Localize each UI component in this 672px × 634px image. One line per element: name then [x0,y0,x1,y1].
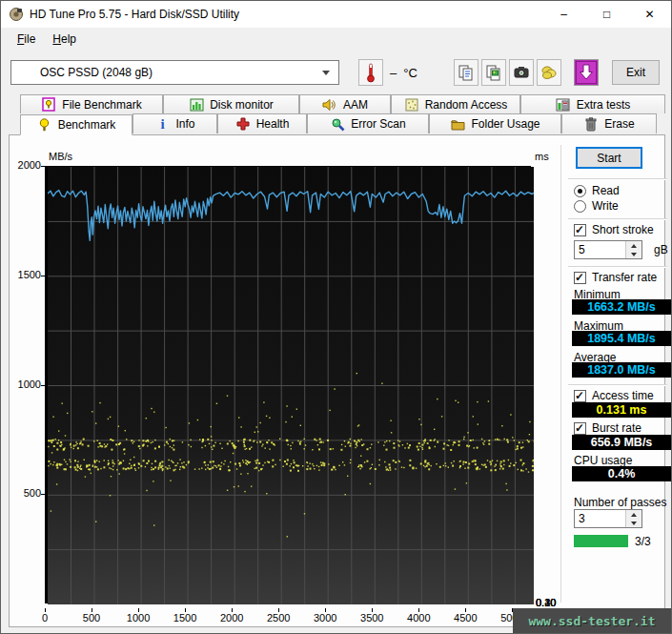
y-left-tick-label: 2000 [11,159,41,171]
passes-spinner[interactable] [574,509,642,528]
read-radio[interactable] [574,185,586,197]
title-bar: HD Tune Pro 5.75 - Hard Disk/SSD Utility… [1,1,671,28]
maximum-value: 1895.4 MB/s [572,331,671,346]
benchmark-chart [45,166,531,603]
magnifier-icon [330,116,345,132]
maximize-button[interactable]: □ [585,1,628,28]
panel-divider [560,145,562,603]
y-left-tick [41,385,45,386]
camera-icon [513,64,530,81]
tab-health[interactable]: Health [217,113,307,133]
x-tick-label: 2500 [259,612,297,624]
capacity-input[interactable] [575,241,625,258]
write-radio[interactable] [574,200,586,213]
disk-monitor-icon [189,97,204,112]
screenshot-button[interactable] [509,59,534,86]
x-tick-label: 500 [72,612,111,624]
pass-progress-fill [574,535,628,547]
y-left-tick-label: 1500 [11,269,41,280]
x-tick [278,608,279,612]
tab-extra-tests[interactable]: Extra tests [520,94,665,113]
burst-rate-label: Burst rate [592,421,641,435]
x-tick [45,608,46,612]
short-stroke-checkbox[interactable] [574,224,586,236]
x-tick-label: 1500 [166,612,204,624]
temperature-value: – [390,66,397,80]
passes-label: Number of passes [574,496,666,509]
x-tick [418,608,419,612]
tab-file-benchmark[interactable]: File Benchmark [20,94,163,113]
temperature-unit: °C [403,66,417,80]
tab-erase[interactable]: Erase [561,113,657,133]
read-radio-row[interactable]: Read [574,184,620,197]
cpu-usage-label: CPU usage [574,454,632,467]
bulb-icon [37,117,52,133]
x-tick-label: 0 [26,612,64,624]
x-tick-label: 2000 [213,612,251,624]
window-title: HD Tune Pro 5.75 - Hard Disk/SSD Utility [30,8,239,21]
x-tick [232,608,233,612]
temperature-button[interactable] [358,59,383,86]
benchmark-panel: MB/s ms Start Read Write Short stroke [9,134,665,627]
transfer-rate-checkbox[interactable] [574,272,586,284]
menu-bar: File Help [1,28,671,51]
watermark: www.ssd-tester.it [513,608,671,633]
health-cross-icon [235,116,251,132]
access-time-row[interactable]: Access time [574,389,654,402]
x-tick [465,608,466,612]
thermometer-icon [365,62,377,83]
capacity-up-button[interactable] [626,241,641,250]
passes-up-button[interactable] [626,510,641,519]
minimum-value: 1663.2 MB/s [572,299,671,315]
drive-select-combo[interactable]: OSC PSSD (2048 gB) [10,60,339,85]
x-tick [372,608,373,612]
x-tick [138,608,139,612]
x-tick [92,608,92,612]
y-left-tick [41,166,45,167]
speaker-icon [322,97,337,112]
close-button[interactable]: ✕ [628,1,671,28]
access-time-checkbox[interactable] [574,390,586,402]
write-radio-label: Write [592,199,619,213]
tab-folder-usage[interactable]: Folder Usage [429,113,561,133]
passes-down-button[interactable] [626,519,641,527]
menu-file[interactable]: File [9,30,44,49]
register-button[interactable] [537,59,561,86]
passes-input[interactable] [575,510,625,527]
cpu-usage-value: 0.4% [572,466,671,481]
start-button[interactable]: Start [576,147,642,169]
extra-tests-icon [556,97,571,112]
access-time-value: 0.131 ms [572,402,671,418]
file-benchmark-icon [41,97,56,112]
info-icon: i [154,116,170,132]
burst-rate-value: 656.9 MB/s [572,435,671,450]
drive-select-value: OSC PSSD (2048 gB) [40,66,153,79]
transfer-rate-row[interactable]: Transfer rate [574,271,657,284]
random-access-icon [404,97,419,112]
pass-progress-bar [574,535,628,547]
tab-disk-monitor[interactable]: Disk monitor [163,94,299,113]
burst-rate-checkbox[interactable] [574,422,586,435]
burst-rate-row[interactable]: Burst rate [574,421,641,435]
tab-benchmark[interactable]: Benchmark [20,114,132,135]
tab-info[interactable]: i Info [132,113,217,133]
y-left-unit-label: MB/s [49,151,72,162]
capacity-down-button[interactable] [626,250,641,258]
y-right-tick-label: 0.10 [536,597,556,608]
write-radio-row[interactable]: Write [574,199,619,213]
access-time-label: Access time [592,389,654,402]
tab-random-access[interactable]: Random Access [391,94,520,113]
tab-aam[interactable]: AAM [299,94,391,113]
copy-report-button[interactable] [454,59,479,86]
capacity-spinner[interactable] [574,240,642,259]
copy-image-button[interactable] [481,59,506,86]
minimize-button[interactable]: – [542,1,585,28]
x-tick [185,608,186,612]
menu-help[interactable]: Help [44,30,85,49]
x-tick-label: 3500 [353,612,391,624]
update-button[interactable] [574,59,599,86]
exit-button[interactable]: Exit [612,60,660,85]
short-stroke-row[interactable]: Short stroke [574,223,654,236]
tab-error-scan[interactable]: Error Scan [307,113,429,133]
short-stroke-label: Short stroke [592,223,654,236]
